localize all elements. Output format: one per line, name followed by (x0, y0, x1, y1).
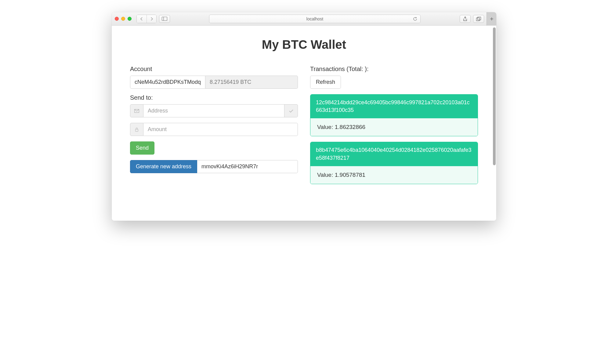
traffic-lights (115, 17, 132, 21)
account-key: cNeM4u52rdBDPKsTModq (130, 76, 205, 89)
transaction-value-row: Value: 1.86232866 (310, 118, 478, 136)
svg-rect-2 (476, 18, 480, 21)
generate-address-group: Generate new address mmovKi4Az6iH29NR7r (130, 160, 298, 173)
main-columns: Account cNeM4u52rdBDPKsTModq 8.27156419 … (130, 66, 478, 184)
close-window-button[interactable] (115, 17, 119, 21)
refresh-button[interactable]: Refresh (310, 76, 341, 89)
lock-icon (130, 123, 143, 136)
nav-button-group (136, 15, 157, 23)
left-column: Account cNeM4u52rdBDPKsTModq 8.27156419 … (130, 66, 298, 184)
transaction-value: 1.86232866 (335, 124, 365, 130)
browser-window: localhost My BTC Wallet Account cNe (112, 12, 496, 221)
transaction-value-row: Value: 1.90578781 (310, 166, 478, 184)
svg-rect-5 (136, 129, 138, 131)
check-icon (284, 104, 298, 117)
right-column: Transactions (Total: ): Refresh 12c98421… (310, 66, 478, 184)
transaction-card: 12c984214bdd29ce4c69405bc99846c997821a70… (310, 94, 478, 136)
amount-input[interactable] (143, 123, 298, 136)
transaction-hash: 12c984214bdd29ce4c69405bc99846c997821a70… (310, 95, 478, 118)
transactions-label: Transactions (Total: ): (310, 66, 478, 73)
titlebar-right (460, 15, 493, 23)
send-button[interactable]: Send (130, 141, 154, 155)
generate-address-button[interactable]: Generate new address (130, 160, 197, 173)
scrollbar[interactable] (493, 27, 496, 219)
new-tab-button[interactable] (487, 12, 496, 26)
account-balance: 8.27156419 BTC (205, 76, 298, 89)
amount-input-group (130, 123, 298, 136)
minimize-window-button[interactable] (121, 17, 125, 21)
maximize-window-button[interactable] (128, 17, 132, 21)
envelope-icon (130, 104, 143, 117)
svg-rect-3 (478, 17, 481, 20)
address-input-group (130, 104, 298, 117)
address-bar[interactable]: localhost (209, 15, 421, 23)
page-title: My BTC Wallet (130, 38, 478, 52)
page-content: My BTC Wallet Account cNeM4u52rdBDPKsTMo… (112, 26, 496, 221)
send-to-label: Send to: (130, 94, 298, 101)
transactions-label-prefix: Transactions (Total: (310, 66, 365, 72)
scrollbar-thumb[interactable] (493, 27, 496, 165)
transaction-card: b8b47475e6c4ba1064040e40254d0284182e0258… (310, 142, 478, 184)
titlebar: localhost (112, 12, 496, 26)
generated-address: mmovKi4Az6iH29NR7r (197, 160, 298, 173)
account-group: cNeM4u52rdBDPKsTModq 8.27156419 BTC (130, 76, 298, 89)
share-button[interactable] (460, 15, 471, 23)
back-button[interactable] (137, 15, 147, 23)
account-label: Account (130, 66, 298, 73)
svg-rect-0 (162, 17, 167, 21)
transaction-value: 1.90578781 (335, 172, 365, 178)
reload-icon[interactable] (413, 17, 417, 21)
transaction-value-prefix: Value: (317, 124, 335, 130)
tabs-button[interactable] (473, 15, 484, 23)
sidebar-toggle-button[interactable] (159, 15, 170, 23)
transaction-value-prefix: Value: (317, 172, 335, 178)
forward-button[interactable] (147, 15, 156, 23)
address-input[interactable] (143, 104, 284, 117)
transaction-hash: b8b47475e6c4ba1064040e40254d0284182e0258… (310, 142, 478, 166)
url-text: localhost (306, 16, 323, 21)
transactions-label-suffix: ): (365, 66, 368, 72)
